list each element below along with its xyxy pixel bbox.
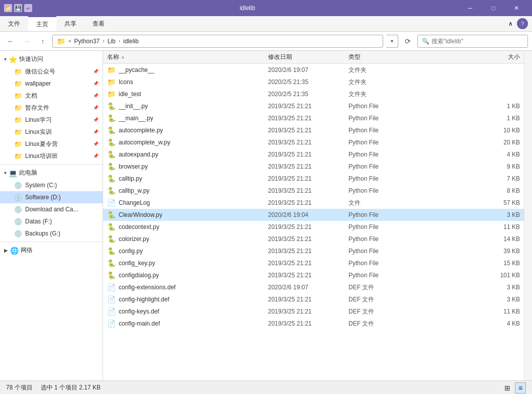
network-header[interactable]: ▶ 🌐 网络 — [0, 244, 103, 257]
file-row[interactable]: 🐍 config.py 2019/3/25 21:21 Python File … — [103, 245, 524, 257]
path-current[interactable]: idlelib — [123, 38, 139, 45]
col-header-date[interactable]: 修改日期 — [268, 53, 348, 61]
file-list: 📁 __pycache__ 2020/2/6 19:07 文件夹 📁 Icons… — [103, 64, 524, 380]
file-icon: 🐍 — [107, 211, 116, 219]
path-python37[interactable]: Python37 — [74, 38, 100, 45]
address-path[interactable]: 📁 « Python37 › Lib › idlelib — [52, 35, 383, 48]
sidebar-item-linux-class[interactable]: 📁 Linux培训班 📌 — [0, 150, 103, 162]
refresh-button[interactable]: ⟳ — [401, 35, 414, 48]
pin-icon: 📌 — [93, 153, 99, 159]
minimize-button[interactable]: ─ — [459, 0, 482, 16]
address-dropdown-button[interactable]: ▾ — [386, 35, 398, 48]
file-name: __pycache__ — [119, 66, 154, 73]
file-row[interactable]: 📄 config-highlight.def 2019/3/25 21:21 D… — [103, 293, 524, 305]
up-button[interactable]: ↑ — [36, 35, 49, 48]
file-row[interactable]: 🐍 autoexpand.py 2019/3/25 21:21 Python F… — [103, 148, 524, 161]
file-row[interactable]: 📄 ChangeLog 2019/3/25 21:21 文件 57 KB — [103, 197, 524, 209]
pin-icon: 📌 — [93, 105, 99, 110]
this-pc-section: ▾ 💻 此电脑 💿 System (C:) 💿 Software (D:) 💿 … — [0, 167, 103, 240]
file-row[interactable]: 🐍 __main__.py 2019/3/25 21:21 Python Fil… — [103, 112, 524, 124]
sidebar-item-drive-g[interactable]: 💿 Backups (G:) — [0, 227, 103, 240]
tab-view[interactable]: 查看 — [84, 16, 113, 31]
file-icon: 🐍 — [107, 187, 116, 195]
folder-icon: 📁 — [14, 116, 22, 124]
file-cell-date: 2019/3/25 21:21 — [268, 103, 348, 110]
file-row[interactable]: 📄 config-main.def 2019/3/25 21:21 DEF 文件… — [103, 318, 524, 330]
column-headers: 名称 ∧ 修改日期 类型 大小 — [103, 51, 524, 64]
file-cell-date: 2019/3/25 21:21 — [268, 139, 348, 146]
folder-icon: 📁 — [14, 68, 22, 75]
file-row[interactable]: 🐍 config_key.py 2019/3/25 21:21 Python F… — [103, 257, 524, 269]
file-area: 名称 ∧ 修改日期 类型 大小 📁 __pycache__ 2020/2/6 1… — [103, 51, 524, 380]
sidebar-item-linux-study[interactable]: 📁 Linux学习 📌 — [0, 114, 103, 126]
ribbon-collapse-button[interactable]: ∧ — [508, 20, 513, 27]
file-cell-date: 2019/3/25 21:21 — [268, 296, 348, 303]
file-row[interactable]: 📄 config-keys.def 2019/3/25 21:21 DEF 文件… — [103, 305, 524, 318]
file-row[interactable]: 🐍 calltip.py 2019/3/25 21:21 Python File… — [103, 173, 524, 185]
path-folder-icon: 📁 — [57, 37, 65, 45]
network-label: 网络 — [21, 246, 99, 255]
forward-button[interactable]: → — [20, 35, 33, 48]
sidebar-item-wallpaper[interactable]: 📁 wallpaper 📌 — [0, 77, 103, 90]
sidebar-item-linux-training[interactable]: 📁 Linux实训 📌 — [0, 126, 103, 138]
file-row[interactable]: 🐍 configdialog.py 2019/3/25 21:21 Python… — [103, 269, 524, 281]
file-cell-date: 2019/3/25 21:21 — [268, 115, 348, 122]
sidebar-item-linux-summer[interactable]: 📁 Linux夏令营 📌 — [0, 138, 103, 150]
file-row[interactable]: 📄 config-extensions.def 2020/2/6 19:07 D… — [103, 281, 524, 293]
back-button[interactable]: ← — [4, 35, 17, 48]
path-lib[interactable]: Lib — [108, 38, 116, 45]
file-cell-type: Python File — [348, 151, 409, 158]
sidebar-divider-1 — [0, 164, 103, 165]
sidebar-item-temp[interactable]: 📁 暂存文件 📌 — [0, 102, 103, 114]
file-name: config-extensions.def — [119, 284, 175, 291]
sidebar-item-wechat[interactable]: 📁 微信公众号 📌 — [0, 65, 103, 77]
tab-share[interactable]: 共享 — [56, 16, 84, 31]
file-row[interactable]: 🐍 autocomplete_w.py 2019/3/25 21:21 Pyth… — [103, 136, 524, 148]
file-cell-name: 📄 ChangeLog — [107, 199, 268, 207]
tab-home[interactable]: 主页 — [28, 16, 56, 31]
maximize-button[interactable]: □ — [482, 0, 505, 16]
ribbon-help-button[interactable]: ? — [517, 18, 528, 29]
title-bar-icons: 📁 💾 ↩ — [4, 4, 32, 12]
sidebar-item-drive-f[interactable]: 💿 Datas (F:) — [0, 215, 103, 227]
quick-access-header[interactable]: ▾ ⭐ 快速访问 — [0, 53, 103, 65]
tab-file[interactable]: 文件 — [0, 16, 28, 31]
sidebar-item-drive-c[interactable]: 💿 System (C:) — [0, 179, 103, 191]
col-header-size[interactable]: 大小 — [409, 53, 520, 61]
file-cell-name: 🐍 calltip.py — [107, 175, 268, 183]
file-cell-size: 8 KB — [409, 187, 520, 194]
file-row[interactable]: 🐍 colorizer.py 2019/3/25 21:21 Python Fi… — [103, 233, 524, 245]
list-view-button[interactable]: ≡ — [515, 382, 526, 393]
col-header-type[interactable]: 类型 — [348, 53, 409, 61]
file-cell-type: Python File — [348, 260, 409, 267]
file-row[interactable]: 🐍 __init__.py 2019/3/25 21:21 Python Fil… — [103, 100, 524, 112]
file-name: ChangeLog — [119, 199, 150, 206]
file-cell-name: 🐍 autocomplete_w.py — [107, 138, 268, 146]
sidebar-item-docs[interactable]: 📁 文档 📌 — [0, 90, 103, 102]
file-row[interactable]: 📁 Icons 2020/2/5 21:35 文件夹 — [103, 76, 524, 88]
ribbon-right: ∧ ? — [508, 16, 532, 31]
file-row[interactable]: 📁 __pycache__ 2020/2/6 19:07 文件夹 — [103, 64, 524, 76]
network-icon: 🌐 — [10, 247, 19, 255]
file-row[interactable]: 🐍 calltip_w.py 2019/3/25 21:21 Python Fi… — [103, 185, 524, 197]
pin-icon: 📌 — [93, 93, 99, 98]
search-input[interactable] — [431, 38, 523, 45]
file-row[interactable]: 🐍 browser.py 2019/3/25 21:21 Python File… — [103, 161, 524, 173]
file-row[interactable]: 🐍 ClearWindow.py 2020/2/6 19:04 Python F… — [103, 209, 524, 221]
close-button[interactable]: ✕ — [505, 0, 528, 16]
col-header-name[interactable]: 名称 ∧ — [107, 53, 268, 61]
item-count: 78 个项目 — [6, 383, 33, 392]
file-name: idle_test — [119, 91, 141, 98]
sidebar-item-drive-d[interactable]: 💿 Software (D:) — [0, 191, 103, 203]
file-row[interactable]: 🐍 autocomplete.py 2019/3/25 21:21 Python… — [103, 124, 524, 136]
file-cell-type: Python File — [348, 248, 409, 255]
this-pc-header[interactable]: ▾ 💻 此电脑 — [0, 167, 103, 179]
file-row[interactable]: 🐍 codecontext.py 2019/3/25 21:21 Python … — [103, 221, 524, 233]
scrollbar[interactable] — [524, 51, 532, 380]
file-row[interactable]: 📁 idle_test 2020/2/5 21:35 文件夹 — [103, 88, 524, 100]
file-icon: 🐍 — [107, 223, 116, 231]
sidebar-item-drive-e[interactable]: 💿 Download and Ca... — [0, 203, 103, 215]
file-cell-size: 1 KB — [409, 115, 520, 122]
file-cell-name: 📁 idle_test — [107, 90, 268, 98]
grid-view-button[interactable]: ⊞ — [502, 382, 513, 393]
